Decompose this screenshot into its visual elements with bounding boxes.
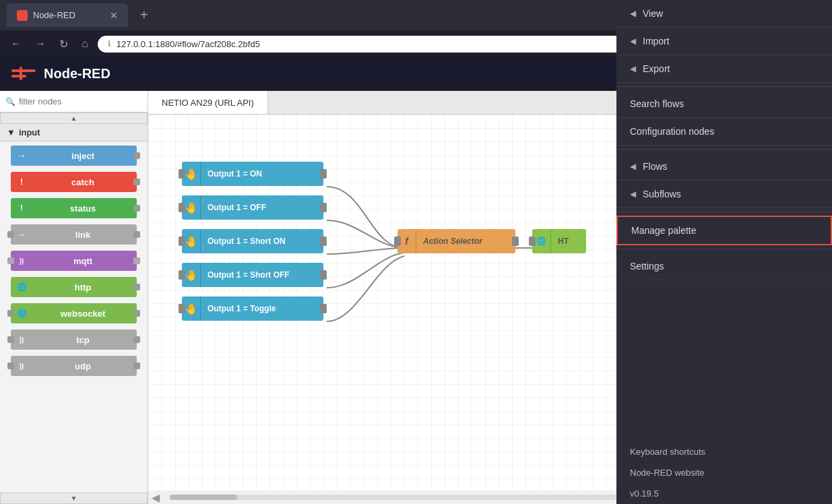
home-button[interactable]: ⌂ bbox=[77, 35, 92, 53]
node-inject[interactable]: → inject bbox=[11, 146, 137, 166]
node-mqtt[interactable]: )) mqtt bbox=[11, 251, 137, 271]
menu-item-config-nodes[interactable]: Configuration nodes bbox=[616, 118, 832, 146]
logo-svg bbox=[10, 64, 37, 84]
flow-node-output-on[interactable]: 🤚 Output 1 = ON bbox=[182, 162, 323, 186]
websocket-label: websocket bbox=[29, 309, 137, 319]
menu-spacer bbox=[616, 280, 832, 441]
menu-label-manage-palette: Manage palette bbox=[631, 225, 697, 236]
output-toggle-left-port bbox=[179, 304, 185, 313]
menu-separator-2 bbox=[616, 149, 832, 150]
flow-node-output-off[interactable]: 🤚 Output 1 = OFF bbox=[182, 195, 323, 220]
tcp-right-port bbox=[133, 336, 140, 343]
node-catch[interactable]: ! catch bbox=[11, 172, 137, 192]
inject-label: inject bbox=[29, 151, 137, 161]
tcp-icon: )) bbox=[14, 332, 29, 347]
section-input-label: input bbox=[19, 127, 40, 137]
menu-separator-1 bbox=[616, 86, 832, 87]
menu-item-manage-palette[interactable]: Manage palette bbox=[616, 216, 832, 245]
new-tab-button[interactable]: + bbox=[135, 7, 154, 23]
section-collapse-icon: ▼ bbox=[7, 127, 15, 137]
output-short-off-label: Output 1 = Short OFF bbox=[201, 270, 296, 280]
udp-label: udp bbox=[29, 361, 137, 371]
output-off-left-port bbox=[179, 203, 185, 212]
search-icon: 🔍 bbox=[5, 97, 15, 106]
tab-close-button[interactable]: ✕ bbox=[110, 10, 118, 21]
sidebar: 🔍 ▲ ▼ input → inject ! catch bbox=[0, 91, 148, 504]
svg-rect-1 bbox=[11, 75, 26, 77]
forward-button[interactable]: → bbox=[31, 35, 50, 53]
node-status[interactable]: ! status bbox=[11, 198, 137, 218]
menu-arrow-view: ◀ bbox=[630, 9, 636, 18]
menu-item-import[interactable]: ◀ Import bbox=[616, 28, 832, 55]
menu-label-settings: Settings bbox=[630, 261, 664, 272]
node-udp[interactable]: )) udp bbox=[11, 356, 137, 376]
output-off-right-port bbox=[320, 203, 327, 212]
menu-label-view: View bbox=[643, 8, 663, 19]
flow-node-output-short-on[interactable]: 🤚 Output 1 = Short ON bbox=[182, 229, 323, 253]
flow-tab-label: NETIO AN29 (URL API) bbox=[162, 98, 254, 108]
catch-icon: ! bbox=[14, 175, 29, 189]
back-button[interactable]: ← bbox=[7, 35, 26, 53]
scroll-up-button[interactable]: ▲ bbox=[0, 113, 148, 124]
inject-icon: → bbox=[14, 148, 29, 163]
menu-item-settings[interactable]: Settings bbox=[616, 253, 832, 280]
filter-input[interactable] bbox=[19, 96, 142, 106]
menu-item-view[interactable]: ◀ View bbox=[616, 0, 832, 28]
status-label: status bbox=[29, 203, 137, 214]
http-node-label: HT bbox=[551, 237, 575, 246]
wire-n3-selector bbox=[327, 248, 404, 254]
output-short-on-right-port bbox=[320, 237, 327, 246]
flow-tab-0[interactable]: NETIO AN29 (URL API) bbox=[148, 91, 268, 114]
app-logo: Node-RED bbox=[10, 64, 110, 84]
scroll-down-button[interactable]: ▼ bbox=[0, 493, 148, 504]
svg-rect-0 bbox=[11, 69, 36, 72]
menu-arrow-export: ◀ bbox=[630, 64, 636, 73]
output-off-label: Output 1 = OFF bbox=[201, 203, 273, 212]
output-short-on-left-port bbox=[179, 237, 185, 246]
link-right-port bbox=[133, 231, 140, 238]
menu-separator-4 bbox=[616, 249, 832, 249]
menu-item-website[interactable]: Node-RED website bbox=[616, 462, 832, 483]
dropdown-menu: ◀ View ◀ Import ◀ Export Search flows Co… bbox=[616, 0, 832, 504]
node-websocket[interactable]: 🌐 websocket bbox=[11, 303, 137, 323]
link-left-port bbox=[7, 231, 14, 238]
udp-icon: )) bbox=[14, 358, 29, 373]
flow-node-action-selector[interactable]: f Action Selector bbox=[397, 229, 515, 253]
flow-node-output-short-off[interactable]: 🤚 Output 1 = Short OFF bbox=[182, 263, 323, 287]
refresh-button[interactable]: ↻ bbox=[55, 35, 72, 53]
main-layout: 🔍 ▲ ▼ input → inject ! catch bbox=[0, 91, 832, 504]
node-link[interactable]: → link bbox=[11, 224, 137, 245]
tcp-label: tcp bbox=[29, 335, 137, 345]
menu-label-config-nodes: Configuration nodes bbox=[630, 126, 714, 137]
flow-node-http[interactable]: 🌐 HT bbox=[532, 229, 586, 253]
http-label: http bbox=[29, 282, 137, 292]
tab-title: Node-RED bbox=[33, 10, 75, 20]
menu-item-flows[interactable]: ◀ Flows bbox=[616, 153, 832, 181]
sidebar-node-list: → inject ! catch ! status bbox=[0, 141, 148, 493]
mqtt-icon: )) bbox=[14, 253, 29, 268]
security-icon: ℹ bbox=[108, 39, 111, 49]
scroll-left-arrow[interactable]: ◀ bbox=[148, 491, 163, 504]
section-input-header[interactable]: ▼ input bbox=[0, 124, 148, 141]
wire-n2-selector bbox=[327, 220, 404, 248]
mqtt-right-port bbox=[133, 257, 140, 264]
mqtt-label: mqtt bbox=[29, 256, 137, 266]
menu-item-keyboard-shortcuts[interactable]: Keyboard shortcuts bbox=[616, 441, 832, 462]
node-http[interactable]: 🌐 http bbox=[11, 277, 137, 297]
node-tcp[interactable]: )) tcp bbox=[11, 329, 137, 350]
output-on-right-port bbox=[320, 169, 327, 179]
action-selector-label: Action Selector bbox=[416, 237, 489, 246]
http-right-port bbox=[133, 284, 140, 290]
flow-node-output-toggle[interactable]: 🤚 Output 1 = Toggle bbox=[182, 296, 323, 321]
app-name: Node-RED bbox=[44, 66, 110, 82]
h-scrollbar-thumb bbox=[170, 495, 237, 500]
browser-tab[interactable]: Node-RED ✕ bbox=[7, 3, 128, 27]
menu-label-website: Node-RED website bbox=[630, 468, 705, 478]
menu-item-subflows[interactable]: ◀ Subflows bbox=[616, 181, 832, 208]
menu-item-search-flows[interactable]: Search flows bbox=[616, 90, 832, 118]
menu-arrow-flows: ◀ bbox=[630, 162, 636, 171]
menu-item-export[interactable]: ◀ Export bbox=[616, 55, 832, 83]
output-short-on-label: Output 1 = Short ON bbox=[201, 237, 292, 246]
menu-label-search-flows: Search flows bbox=[630, 98, 684, 109]
output-on-label: Output 1 = ON bbox=[201, 169, 269, 179]
